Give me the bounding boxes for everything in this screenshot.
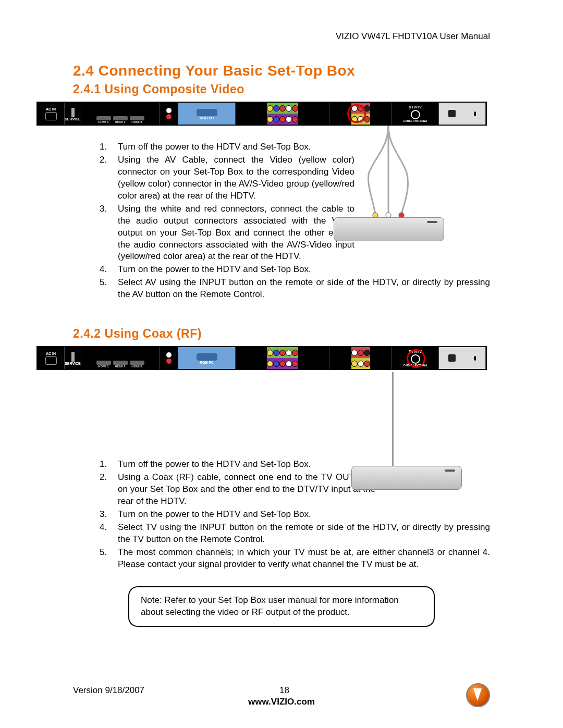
version-text: Version 9/18/2007 <box>73 685 144 696</box>
set-top-box-icon <box>334 217 444 241</box>
list-item: Turn on the power to the HDTV and Set-To… <box>109 264 490 276</box>
page-number: 18 <box>279 685 289 696</box>
page-footer: Version 9/18/2007 18 www.VIZIO.com <box>73 685 490 707</box>
heading-2-4: 2.4 Connecting Your Basic Set-Top Box <box>73 63 490 79</box>
list-item: Select TV using the INPUT button on the … <box>109 522 490 546</box>
hdmi-ports: HDMI 1 HDMI 2 HDMI 3 <box>81 103 160 125</box>
list-item: Turn on the power to the HDTV and Set-To… <box>109 509 490 521</box>
footer-url: www.VIZIO.com <box>73 697 490 707</box>
rgb-pc-port: RGB PC <box>178 103 236 125</box>
component-ports <box>236 103 329 125</box>
hdmi-audio-lr <box>160 103 178 125</box>
list-item: The most common channels; in which your … <box>109 547 490 571</box>
note-box: Note: Refer to your Set Top Box user man… <box>128 586 435 627</box>
service-port: SERVICE <box>65 103 81 125</box>
ac-in-port: AC IN <box>38 103 65 125</box>
list-item: Select AV using the INPUT button on the … <box>109 277 490 301</box>
dtv-tv-port: DTV/TVCABLE / ANTENNA <box>392 103 439 125</box>
rear-panel-diagram-coax: AC IN SERVICE HDMI 1 HDMI 2 HDMI 3 RGB P… <box>36 346 487 370</box>
av-svideo-ports <box>329 103 392 125</box>
heading-2-4-1: 2.4.1 Using Composite Video <box>73 82 490 96</box>
list-item: Using the AV Cable, connect the Video (y… <box>109 154 490 202</box>
rear-panel-diagram-composite: AC IN SERVICE HDMI 1 HDMI 2 HDMI 3 RGB P… <box>36 102 487 126</box>
set-top-box-icon <box>351 466 462 490</box>
page: VIZIO VW47L FHDTV10A User Manual 2.4 Con… <box>0 0 563 728</box>
list-item: Turn off the power to the HDTV and Set-T… <box>109 141 490 153</box>
vizio-logo-icon <box>466 683 490 707</box>
document-title: VIZIO VW47L FHDTV10A User Manual <box>73 31 490 42</box>
dtv-tv-port: DTV/TVCABLE / ANTENNA <box>392 347 439 369</box>
heading-2-4-2: 2.4.2 Using Coax (RF) <box>73 327 490 341</box>
audio-out-ports <box>439 103 486 125</box>
